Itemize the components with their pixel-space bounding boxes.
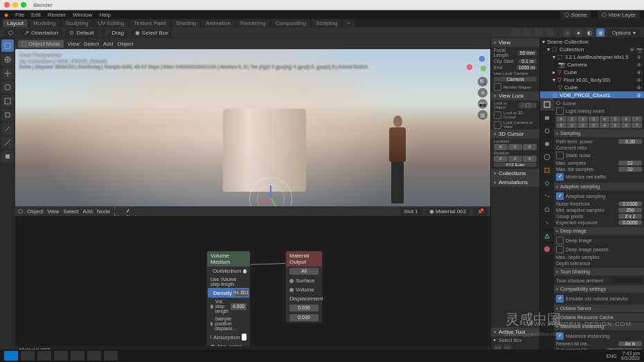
snap-dropdown[interactable]: ☄ Drag bbox=[101, 29, 128, 37]
absorption-color[interactable] bbox=[242, 334, 247, 341]
ne-node[interactable]: Node bbox=[97, 208, 110, 215]
density-slider[interactable]: 91.001 bbox=[234, 289, 249, 296]
camera-field[interactable]: Camera bbox=[494, 77, 537, 82]
tab-sculpting[interactable]: Sculpting bbox=[62, 19, 93, 27]
tool-measure[interactable] bbox=[1, 136, 14, 149]
menu-file[interactable]: File bbox=[15, 12, 24, 18]
tray-time[interactable]: 7:43 pm bbox=[621, 351, 640, 356]
scene-dropdown[interactable]: ⬡ Scene bbox=[560, 11, 591, 19]
prop-tab-material[interactable] bbox=[540, 243, 554, 256]
tool-rotate[interactable] bbox=[1, 81, 14, 93]
outliner-item[interactable]: ▽Cube👁 bbox=[540, 84, 644, 91]
header-select[interactable]: Select bbox=[84, 41, 99, 47]
material-dropdown[interactable]: ◉ Material.003 bbox=[426, 208, 469, 215]
vp-btn-2[interactable] bbox=[524, 28, 532, 37]
menu-help[interactable]: Help bbox=[99, 12, 110, 18]
zoom-icon[interactable]: 🔍 bbox=[478, 77, 488, 87]
tab-layout[interactable]: Layout bbox=[3, 19, 28, 27]
prop-tab-world[interactable] bbox=[540, 151, 554, 164]
minimize-window-icon[interactable] bbox=[12, 2, 18, 8]
ne-add[interactable]: Add bbox=[83, 208, 93, 215]
tool-transform[interactable] bbox=[1, 109, 14, 121]
focal-input[interactable]: 50 mm bbox=[518, 51, 537, 55]
deep-header[interactable]: Deep image bbox=[554, 227, 644, 235]
outliner-item[interactable]: 📷Camera👁 bbox=[540, 61, 644, 69]
outliner-item[interactable]: ▾⬚Collection👁📷 bbox=[540, 46, 644, 53]
tool-cursor[interactable] bbox=[1, 53, 14, 66]
maximize-window-icon[interactable] bbox=[21, 2, 26, 8]
vp-btn-3[interactable] bbox=[535, 28, 543, 37]
prop-tab-modifier[interactable] bbox=[540, 177, 554, 190]
mode-dropdown[interactable]: ⬚ Object Mode bbox=[18, 40, 64, 48]
pin-icon[interactable]: 📌 bbox=[474, 208, 488, 215]
noise-thr-input[interactable]: 0.0300 bbox=[618, 201, 642, 206]
outliner-item-selected[interactable]: ◍VDB_PROS_Cloud1👁 bbox=[540, 91, 644, 98]
sampling-header[interactable]: Sampling bbox=[554, 129, 644, 137]
volstep-slider[interactable]: 4.000 bbox=[231, 303, 247, 310]
taskbar-app[interactable] bbox=[87, 351, 101, 361]
taskbar-app[interactable] bbox=[71, 351, 84, 361]
tool-scale[interactable] bbox=[1, 95, 14, 107]
octane-header[interactable]: Octane Server bbox=[554, 305, 644, 312]
compat-header[interactable]: Compatibility settings bbox=[554, 285, 644, 293]
group-pixels-input[interactable]: 2 x 2 bbox=[618, 214, 642, 219]
pivot-dropdown[interactable]: ⊙ Default bbox=[65, 29, 98, 37]
prop-tab-data[interactable] bbox=[540, 230, 554, 243]
gizmo-x-axis[interactable] bbox=[260, 197, 271, 205]
shading-matprev-icon[interactable]: ◐ bbox=[585, 28, 593, 37]
tab-add[interactable]: + bbox=[343, 19, 355, 27]
outliner[interactable]: ▾Scene Collection ▾⬚Collection👁📷 ▾⬚3.2.1… bbox=[540, 38, 644, 98]
taskbar-app[interactable] bbox=[104, 351, 118, 361]
tool-move[interactable] bbox=[1, 67, 14, 80]
toon-header[interactable]: Toon Shading bbox=[554, 268, 644, 275]
3d-viewport[interactable]: Z X Y 🔍 ✥ 📷 ▦ User Perspective (1) Colle… bbox=[15, 49, 490, 206]
taskbar-app[interactable] bbox=[37, 351, 51, 361]
nav-gizmo[interactable]: Z X Y bbox=[465, 55, 486, 75]
adaptive-header[interactable]: Adaptive sampling bbox=[554, 183, 644, 190]
tab-uv[interactable]: UV Editing bbox=[93, 19, 128, 27]
ne-select[interactable]: Select bbox=[63, 208, 78, 215]
prop-tab-constraints[interactable] bbox=[540, 217, 554, 230]
vp-btn-4[interactable] bbox=[546, 28, 554, 37]
deep-checkbox[interactable] bbox=[556, 237, 564, 244]
tab-shading[interactable]: Shading bbox=[172, 19, 200, 27]
node-output-title[interactable]: Material Output bbox=[286, 251, 322, 266]
toon-color[interactable] bbox=[614, 278, 642, 283]
max-samples-input[interactable]: 32 bbox=[618, 161, 642, 165]
ne-object[interactable]: Object bbox=[27, 208, 43, 215]
tool-add[interactable] bbox=[1, 150, 14, 163]
menu-window[interactable]: Window bbox=[73, 12, 92, 18]
tab-rendering[interactable]: Rendering bbox=[236, 19, 270, 27]
view-layer-dropdown[interactable]: ⬡ View Layer bbox=[598, 11, 640, 19]
menu-render[interactable]: Render bbox=[48, 12, 66, 18]
tab-scripting[interactable]: Scripting bbox=[312, 19, 341, 27]
panel-annotations[interactable]: Annotations bbox=[491, 178, 539, 187]
gizmo-z-axis[interactable] bbox=[270, 185, 271, 198]
path-term-input[interactable]: 0.30 bbox=[618, 139, 642, 144]
close-window-icon[interactable] bbox=[4, 2, 10, 8]
shading-wireframe-icon[interactable]: ○ bbox=[563, 28, 571, 37]
header-object[interactable]: Object bbox=[117, 41, 133, 47]
tab-compositing[interactable]: Compositing bbox=[271, 19, 310, 27]
tray-lang[interactable]: ENG bbox=[607, 354, 617, 359]
header-add[interactable]: Add bbox=[103, 41, 113, 47]
tool-select-box[interactable] bbox=[1, 39, 14, 52]
prop-tab-output[interactable] bbox=[540, 111, 554, 125]
camera-view-icon[interactable]: 📷 bbox=[478, 99, 488, 109]
render-region-checkbox[interactable] bbox=[494, 83, 501, 91]
outliner-item[interactable]: ▾⬚3.2.1 AxelBrusheigner-Mix1.5👁 bbox=[540, 53, 644, 61]
tool-annotate[interactable] bbox=[1, 123, 14, 135]
node-volume-title[interactable]: Volume Medium bbox=[207, 251, 250, 266]
taskbar-app[interactable] bbox=[21, 351, 35, 361]
header-view[interactable]: View bbox=[68, 41, 80, 47]
prop-tab-particles[interactable] bbox=[540, 190, 554, 203]
minimize-traffic-checkbox[interactable] bbox=[556, 173, 564, 181]
menu-edit[interactable]: Edit bbox=[31, 12, 41, 18]
tab-texpaint[interactable]: Texture Paint bbox=[129, 19, 170, 27]
prop-tab-physics[interactable] bbox=[540, 203, 554, 217]
vp-btn-1[interactable] bbox=[512, 28, 521, 37]
prop-tab-viewlayer[interactable] bbox=[540, 125, 554, 138]
options-dropdown[interactable]: Options ▾ bbox=[607, 29, 640, 37]
node-volume-medium[interactable]: Volume Medium OutMedium Use Volume step … bbox=[206, 251, 251, 354]
prop-tab-render[interactable] bbox=[540, 98, 554, 111]
